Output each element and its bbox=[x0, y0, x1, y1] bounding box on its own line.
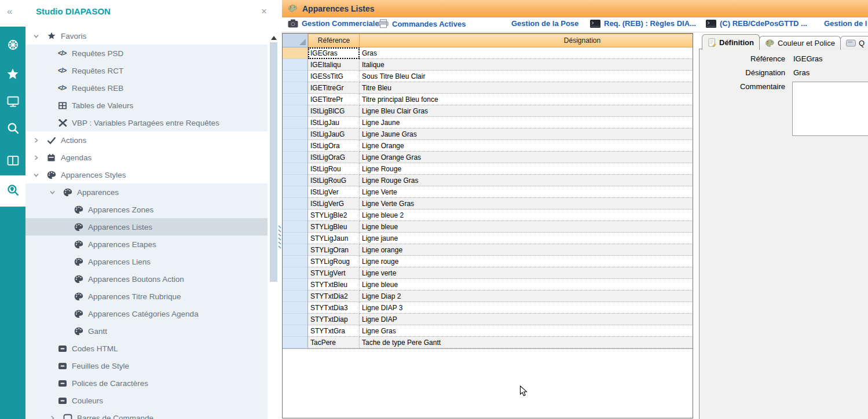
cell-designation[interactable]: Ligne DIAP bbox=[360, 314, 693, 325]
row-selector[interactable] bbox=[283, 302, 308, 314]
rail-item-monitor[interactable] bbox=[0, 89, 25, 116]
tree-item[interactable]: Couleurs bbox=[25, 392, 268, 409]
row-selector[interactable] bbox=[283, 325, 308, 337]
cell-reference[interactable]: STYLigBleu bbox=[308, 221, 360, 233]
tree-item[interactable]: </>Requêtes PSD bbox=[25, 45, 268, 62]
rail-item-wheel[interactable] bbox=[0, 32, 25, 60]
cell-reference[interactable]: IStLigOraG bbox=[308, 152, 360, 163]
tree-item[interactable]: Favoris bbox=[25, 27, 268, 45]
cell-designation[interactable]: Tache de type Pere Gantt bbox=[360, 337, 693, 348]
cell-designation[interactable]: Ligne orange bbox=[360, 244, 693, 256]
tree-item[interactable]: Apparences bbox=[25, 183, 268, 201]
cell-reference[interactable]: IGEItaliqu bbox=[308, 59, 360, 71]
close-icon[interactable]: × bbox=[261, 6, 267, 17]
chevron-right-icon[interactable] bbox=[33, 155, 47, 161]
cell-reference[interactable]: STYLigJaun bbox=[308, 233, 360, 244]
chevron-down-icon[interactable] bbox=[33, 172, 47, 178]
tree-item[interactable]: VBP : Variables Partagées entre Requêtes bbox=[25, 114, 268, 131]
cell-reference[interactable]: IGETitreGr bbox=[308, 82, 360, 94]
tree-item[interactable]: Apparences Boutons Action bbox=[25, 270, 268, 288]
row-selector[interactable] bbox=[283, 267, 308, 279]
cell-reference[interactable]: STYTxtGra bbox=[308, 325, 360, 337]
row-selector[interactable] bbox=[283, 198, 308, 210]
row-selector[interactable] bbox=[283, 59, 308, 71]
cell-designation[interactable]: Ligne rouge bbox=[360, 256, 693, 267]
cell-designation[interactable]: Ligne Jaune Gras bbox=[360, 128, 693, 140]
cell-reference[interactable]: IStLigOra bbox=[308, 140, 360, 152]
cell-designation[interactable]: Titre principal Bleu fonce bbox=[360, 94, 693, 105]
cell-reference[interactable]: TacPere bbox=[308, 337, 360, 348]
tree-item[interactable]: Barres de Commande bbox=[25, 409, 268, 419]
panel-splitter[interactable] bbox=[277, 225, 282, 252]
row-selector[interactable] bbox=[283, 82, 308, 94]
row-selector[interactable] bbox=[283, 47, 308, 59]
row-selector[interactable] bbox=[283, 314, 308, 325]
tree-item[interactable]: Apparences Liens bbox=[25, 253, 268, 270]
chevron-down-icon[interactable] bbox=[49, 189, 63, 196]
cell-designation[interactable]: Sous Titre Bleu Clair bbox=[360, 71, 693, 82]
cell-designation[interactable]: Ligne jaune bbox=[360, 233, 693, 244]
cell-reference[interactable]: STYTxtDia2 bbox=[308, 291, 360, 302]
cell-designation[interactable]: Gras bbox=[360, 47, 693, 59]
cell-reference[interactable]: IGEGras bbox=[308, 47, 360, 59]
row-selector[interactable] bbox=[283, 279, 308, 291]
cell-designation[interactable]: Italique bbox=[360, 59, 693, 71]
row-selector[interactable] bbox=[283, 105, 308, 117]
cell-reference[interactable]: IStLigJau bbox=[308, 117, 360, 128]
cell-designation[interactable]: Ligne Jaune bbox=[360, 117, 693, 128]
cell-designation[interactable]: Ligne DIAP 3 bbox=[360, 302, 693, 314]
tree-item[interactable]: Actions bbox=[25, 131, 268, 149]
rail-item-star[interactable] bbox=[0, 61, 25, 89]
cell-designation[interactable]: Ligne Bleu Clair Gras bbox=[360, 105, 693, 117]
row-selector[interactable] bbox=[283, 140, 308, 152]
grid-corner-cell[interactable] bbox=[283, 34, 308, 47]
collapse-panel-icon[interactable]: « bbox=[7, 6, 12, 17]
cell-designation[interactable]: Titre Bleu bbox=[360, 82, 693, 94]
scrollbar-thumb[interactable] bbox=[270, 42, 277, 282]
tab-partial[interactable]: Q bbox=[840, 36, 868, 50]
cell-reference[interactable]: IStLigRouG bbox=[308, 175, 360, 186]
row-selector[interactable] bbox=[283, 233, 308, 244]
tree-item[interactable]: Polices de Caractères bbox=[25, 374, 268, 392]
tree-item[interactable]: </>Requêtes RCT bbox=[25, 62, 268, 79]
cell-designation[interactable]: Ligne Diap 2 bbox=[360, 291, 693, 302]
tree-item[interactable]: Apparences Catégories Agenda bbox=[25, 305, 268, 322]
toolbar-window-item[interactable]: Gestion de la Pose bbox=[511, 19, 578, 28]
tree-scrollbar[interactable] bbox=[269, 33, 278, 419]
tree-item[interactable]: Apparences Zones bbox=[25, 201, 268, 218]
chevron-right-icon[interactable] bbox=[49, 415, 63, 419]
cell-designation[interactable]: Ligne bleue 2 bbox=[360, 210, 693, 221]
cell-reference[interactable]: STYTxtDia3 bbox=[308, 302, 360, 314]
cell-reference[interactable]: IGETitrePr bbox=[308, 94, 360, 105]
tree-item[interactable]: Apparences Titre Rubrique bbox=[25, 288, 268, 305]
cell-reference[interactable]: IGESsTitG bbox=[308, 71, 360, 82]
cell-reference[interactable]: IStLigVer bbox=[308, 186, 360, 198]
tree-item[interactable]: Apparences Listes bbox=[25, 218, 268, 236]
cell-reference[interactable]: STYLigVert bbox=[308, 267, 360, 279]
row-selector[interactable] bbox=[283, 210, 308, 221]
row-selector[interactable] bbox=[283, 244, 308, 256]
tree-item[interactable]: Gantt bbox=[25, 322, 268, 340]
chevron-right-icon[interactable] bbox=[33, 137, 47, 144]
tree-item[interactable]: Apparences Styles bbox=[25, 166, 268, 183]
row-selector[interactable] bbox=[283, 256, 308, 267]
tree-item[interactable]: Apparences Etapes bbox=[25, 236, 268, 253]
chevron-down-icon[interactable] bbox=[33, 33, 47, 39]
cell-reference[interactable]: STYLigRoug bbox=[308, 256, 360, 267]
cell-designation[interactable]: Ligne Verte bbox=[360, 186, 693, 198]
row-selector[interactable] bbox=[283, 186, 308, 198]
toolbar-window-item[interactable]: Commandes Actives bbox=[378, 19, 466, 28]
cell-reference[interactable]: IStLigRou bbox=[308, 163, 360, 175]
cell-reference[interactable]: STYTxtDiap bbox=[308, 314, 360, 325]
cell-designation[interactable]: Ligne Verte Gras bbox=[360, 198, 693, 210]
rail-item-pin-search[interactable] bbox=[0, 175, 25, 207]
row-selector[interactable] bbox=[283, 117, 308, 128]
cell-reference[interactable]: STYLigBle2 bbox=[308, 210, 360, 221]
cell-designation[interactable]: Ligne Gras bbox=[360, 325, 693, 337]
cell-designation[interactable]: Ligne Orange bbox=[360, 140, 693, 152]
row-selector[interactable] bbox=[283, 175, 308, 186]
toolbar-window-item[interactable]: Gestion Commerciale ... bbox=[288, 19, 387, 28]
scroll-up-icon[interactable] bbox=[269, 34, 278, 42]
tree-item[interactable]: Agendas bbox=[25, 149, 268, 166]
toolbar-window-item[interactable]: Gestion de l bbox=[824, 19, 867, 28]
